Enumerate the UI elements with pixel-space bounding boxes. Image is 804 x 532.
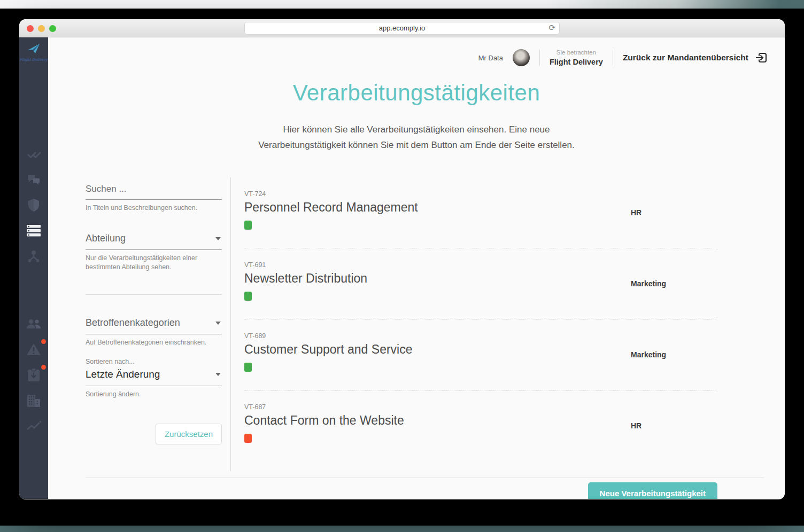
department-label: HR [631, 208, 641, 217]
paper-plane-icon [27, 43, 41, 54]
back-to-tenants-link[interactable]: Zurück zur Mandantenübersicht [623, 51, 768, 64]
exit-icon [755, 51, 768, 64]
list-icon [27, 225, 41, 237]
processing-activities-list: VT-724 Personnel Record Management HR VT… [244, 177, 716, 471]
desktop-background-bottom [0, 526, 804, 532]
notification-badge [40, 338, 47, 345]
close-window-button[interactable] [27, 25, 34, 32]
chevron-down-icon [215, 237, 221, 240]
footer-divider [86, 478, 764, 478]
sort-help-text: Sortierung ändern. [86, 390, 222, 399]
activity-code: VT-691 [244, 261, 716, 269]
building-icon [27, 394, 41, 407]
user-avatar[interactable] [513, 49, 530, 66]
sidebar-item-company[interactable] [26, 394, 42, 408]
activity-code: VT-724 [244, 190, 716, 198]
status-indicator [244, 363, 252, 372]
window-controls [27, 19, 56, 37]
double-check-icon [27, 148, 41, 160]
sidebar-item-messages[interactable] [26, 173, 42, 186]
viewing-context: Sie betrachten Flight Delivery [550, 48, 603, 67]
sort-select-value: Letzte Änderung [86, 369, 160, 380]
network-icon [27, 249, 41, 263]
trend-icon [26, 421, 41, 432]
chat-icon [27, 173, 41, 186]
subtitle-line-1: Hier können Sie alle Verarbeitungstätigk… [283, 124, 550, 135]
sidebar-item-processing-activities[interactable] [26, 224, 42, 238]
sidebar-item-users[interactable] [26, 317, 42, 331]
sidebar-item-tasks[interactable] [26, 147, 42, 161]
list-item[interactable]: VT-691 Newsletter Distribution Marketing [244, 248, 716, 319]
sort-by-label: Sortieren nach... [86, 358, 222, 365]
minimize-window-button[interactable] [38, 25, 45, 32]
list-item[interactable]: VT-689 Customer Support and Service Mark… [244, 319, 716, 390]
url-text: app.ecomply.io [379, 24, 425, 32]
tenant-logo: Flight Delivery [19, 37, 48, 62]
subtitle-line-2: Verarbeitungstätigkeit können Sie mit de… [258, 140, 575, 150]
desktop-background-top [0, 0, 804, 9]
user-name: Mr Data [478, 54, 503, 62]
search-help-text: In Titeln und Beschreibungen suchen. [86, 204, 222, 213]
department-select[interactable]: Abteilung [86, 233, 222, 250]
shield-icon [27, 198, 40, 212]
header-divider [613, 50, 613, 66]
status-indicator [244, 221, 252, 230]
department-label: Marketing [631, 350, 666, 359]
sidebar-item-security[interactable] [26, 198, 42, 212]
viewing-label: Sie betrachten [550, 48, 603, 57]
activity-title[interactable]: Personnel Record Management [244, 200, 716, 215]
header-divider [539, 50, 540, 66]
page-subtitle: Hier können Sie alle Verarbeitungstätigk… [48, 122, 785, 153]
sidebar-item-incidents[interactable] [26, 342, 42, 356]
department-label: Marketing [631, 279, 666, 288]
sidebar-item-requests[interactable] [26, 368, 42, 382]
content-divider [230, 177, 231, 471]
department-select-label: Abteilung [86, 233, 126, 244]
activity-code: VT-689 [244, 332, 716, 340]
status-indicator [244, 434, 252, 443]
sidebar-item-reports[interactable] [26, 419, 42, 433]
main-content: Mr Data Sie betrachten Flight Delivery Z… [48, 37, 785, 499]
viewing-tenant-name: Flight Delivery [550, 57, 603, 67]
categories-select-label: Betroffenenkategorien [86, 317, 180, 328]
filter-divider [86, 294, 222, 295]
inbox-download-icon [27, 368, 40, 382]
warning-icon [26, 343, 41, 356]
activity-title[interactable]: Contact Form on the Website [244, 413, 716, 428]
search-input[interactable] [86, 184, 222, 200]
back-link-label: Zurück zur Mandantenübersicht [623, 53, 748, 62]
tenant-logo-text: Flight Delivery [19, 58, 48, 62]
sort-select[interactable]: Letzte Änderung [86, 369, 222, 386]
status-indicator [244, 292, 252, 301]
department-label: HR [631, 421, 641, 430]
app-sidebar: Flight Delivery [19, 37, 48, 499]
notification-badge [40, 364, 47, 371]
people-icon [26, 318, 41, 330]
chevron-down-icon [215, 322, 221, 325]
filter-panel: In Titeln und Beschreibungen suchen. Abt… [86, 177, 222, 471]
sidebar-item-structure[interactable] [26, 249, 42, 263]
list-item[interactable]: VT-687 Contact Form on the Website HR [244, 390, 716, 461]
new-processing-activity-button[interactable]: Neue Verarbeitungstätigkeit [588, 482, 717, 499]
categories-help-text: Auf Betroffenenkategorien einschränken. [86, 338, 222, 347]
chevron-down-icon [215, 373, 221, 376]
list-item[interactable]: VT-724 Personnel Record Management HR [244, 177, 716, 248]
department-help-text: Nur die Verarbeitungstätigkeiten einer b… [86, 254, 222, 272]
maximize-window-button[interactable] [49, 25, 56, 32]
address-bar[interactable]: app.ecomply.io ⟳ [244, 22, 560, 35]
reset-filters-button[interactable]: Zurücksetzen [156, 424, 222, 444]
page-title: Verarbeitungstätigkeiten [48, 80, 785, 106]
data-subject-categories-select[interactable]: Betroffenenkategorien [86, 317, 222, 334]
browser-window: app.ecomply.io ⟳ Flight Delivery [19, 19, 785, 499]
app-header: Mr Data Sie betrachten Flight Delivery Z… [48, 37, 785, 67]
activity-code: VT-687 [244, 403, 716, 411]
browser-titlebar: app.ecomply.io ⟳ [19, 19, 785, 37]
refresh-icon[interactable]: ⟳ [548, 23, 555, 33]
